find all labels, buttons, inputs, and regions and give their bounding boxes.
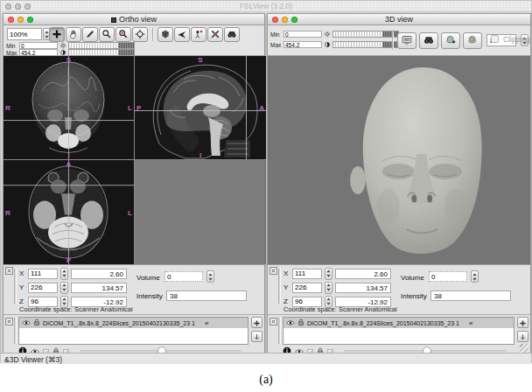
z-axis-label: Z xyxy=(284,298,290,305)
collapse-glyph[interactable]: « xyxy=(469,319,472,327)
ortho-titlebar[interactable]: Ortho view xyxy=(4,14,264,25)
x-voxel-input[interactable] xyxy=(28,269,58,279)
3d-layer-panel: DICOM_T1_.8x.8x.8_224Slices_201504021303… xyxy=(268,314,530,354)
volume-input[interactable] xyxy=(164,271,203,282)
panel-drag-handle[interactable] xyxy=(14,269,17,304)
max-input[interactable] xyxy=(19,49,58,56)
orientation-label-inferior: I xyxy=(200,151,201,159)
max-level-row: Max xyxy=(6,49,135,56)
panel-drag-handle[interactable] xyxy=(278,269,281,304)
crosshair-tool-button[interactable] xyxy=(49,27,65,42)
sagittal-slice-view[interactable]: S P A I xyxy=(135,56,266,159)
orientation-label-right: R xyxy=(5,104,10,112)
close-panel-button[interactable] xyxy=(5,267,13,275)
orientation-label-posterior: P xyxy=(136,104,141,112)
overlay-list-item[interactable]: DICOM_T1_.8x.8x.8_224Slices_201504021303… xyxy=(19,318,248,328)
3d-render-view[interactable] xyxy=(268,56,530,264)
search-overlay-button[interactable] xyxy=(419,32,438,49)
min-level-row: Min xyxy=(6,42,135,49)
x-voxel-input[interactable] xyxy=(292,269,322,279)
screenshot-button[interactable] xyxy=(397,32,416,49)
tools-button[interactable] xyxy=(207,27,223,42)
app-titlebar[interactable]: FSLView (3.2.0) xyxy=(1,1,531,12)
add-overlay-button[interactable] xyxy=(251,317,262,328)
coronal-slice-view[interactable]: S R L I xyxy=(4,56,134,159)
point-select-button[interactable] xyxy=(191,27,206,42)
lock-icon[interactable] xyxy=(298,318,304,327)
clipping-checkbox[interactable] xyxy=(491,35,499,43)
max-level-slider[interactable] xyxy=(332,41,399,48)
add-overlay-button[interactable] xyxy=(517,317,528,328)
orientation-label-posterior: P xyxy=(66,256,71,264)
resize-grip[interactable] xyxy=(520,344,528,353)
close-panel-button[interactable] xyxy=(5,318,13,326)
lock-icon[interactable] xyxy=(33,318,40,327)
panel-drag-handle[interactable] xyxy=(278,318,281,344)
max-input[interactable] xyxy=(284,41,322,48)
window-title: 3D view xyxy=(268,15,530,24)
y-stepper[interactable] xyxy=(60,282,68,294)
screen-icon xyxy=(401,33,413,49)
rotate-view-button[interactable] xyxy=(174,27,190,42)
overlay-list[interactable]: DICOM_T1_.8x.8x.8_224Slices_201504021303… xyxy=(18,317,248,345)
empty-view-cell xyxy=(135,160,266,264)
move-overlay-down-button[interactable] xyxy=(517,331,528,342)
panel-drag-handle[interactable] xyxy=(14,318,17,344)
min-label: Min xyxy=(6,43,18,49)
z-axis-label: Z xyxy=(19,298,25,305)
mesh-options-button[interactable] xyxy=(463,32,482,49)
app-title: FSLView (3.2.0) xyxy=(1,2,531,10)
visibility-eye-icon[interactable] xyxy=(22,319,31,327)
x-stepper[interactable] xyxy=(325,268,332,280)
sagittal-mri-image xyxy=(135,56,266,159)
volume-input[interactable] xyxy=(429,271,467,282)
x-mm-value: 2.60 xyxy=(335,269,391,279)
3d-titlebar[interactable]: 3D view xyxy=(268,14,530,25)
y-voxel-input[interactable] xyxy=(292,283,322,293)
orientation-label-right: R xyxy=(5,208,10,216)
search-overlay-button[interactable] xyxy=(224,27,240,42)
visibility-eye-icon[interactable] xyxy=(286,319,295,327)
min-level-slider[interactable] xyxy=(68,42,135,49)
brain-plus-icon xyxy=(444,33,457,49)
ortho-view-grid: S R L I xyxy=(4,56,264,264)
close-panel-button[interactable] xyxy=(270,318,277,326)
add-mesh-button[interactable] xyxy=(441,32,460,49)
pan-tool-button[interactable] xyxy=(66,27,81,42)
figure-caption: (a) xyxy=(0,373,532,387)
zoom-level-combo[interactable] xyxy=(7,28,42,40)
y-voxel-input[interactable] xyxy=(28,283,58,293)
max-level-slider[interactable] xyxy=(68,49,135,56)
min-label: Min xyxy=(270,32,282,38)
down-arrow-icon xyxy=(519,329,527,345)
x-stepper[interactable] xyxy=(60,268,68,280)
close-panel-button[interactable] xyxy=(270,267,277,275)
orientation-label-superior: S xyxy=(66,56,71,64)
orientation-label-anterior: A xyxy=(259,104,264,112)
target-icon xyxy=(135,27,145,43)
center-cursor-button[interactable] xyxy=(132,27,148,42)
overlay-list-item[interactable]: DICOM_T1_.8x.8x.8_224Slices_201504021303… xyxy=(284,318,514,328)
overlay-list[interactable]: DICOM_T1_.8x.8x.8_224Slices_201504021303… xyxy=(283,317,514,345)
cube-view-button[interactable] xyxy=(158,27,173,42)
axial-slice-view[interactable]: A R L P xyxy=(4,160,134,264)
min-level-slider[interactable] xyxy=(332,31,399,38)
move-overlay-down-button[interactable] xyxy=(251,331,262,342)
min-input[interactable] xyxy=(19,42,58,49)
window-icon xyxy=(111,18,116,23)
volume-stepper[interactable] xyxy=(471,270,479,283)
y-mm-value: 134.57 xyxy=(335,283,391,293)
draw-tool-button[interactable] xyxy=(82,27,98,42)
min-input[interactable] xyxy=(284,31,322,38)
zoom-select-tool-button[interactable] xyxy=(116,27,131,42)
overlay-name: DICOM_T1_.8x.8x.8_224Slices_201504021303… xyxy=(307,320,459,326)
volume-stepper[interactable] xyxy=(206,270,214,283)
toolbar-separator xyxy=(392,32,393,50)
y-stepper[interactable] xyxy=(325,282,332,294)
zoom-tool-button[interactable] xyxy=(99,27,115,42)
arrow-icon xyxy=(177,27,187,43)
collapse-glyph[interactable]: « xyxy=(205,319,208,327)
magnifier-icon xyxy=(102,27,112,43)
orientation-label-inferior: I xyxy=(67,151,69,159)
intensity-value: 38 xyxy=(430,290,511,301)
